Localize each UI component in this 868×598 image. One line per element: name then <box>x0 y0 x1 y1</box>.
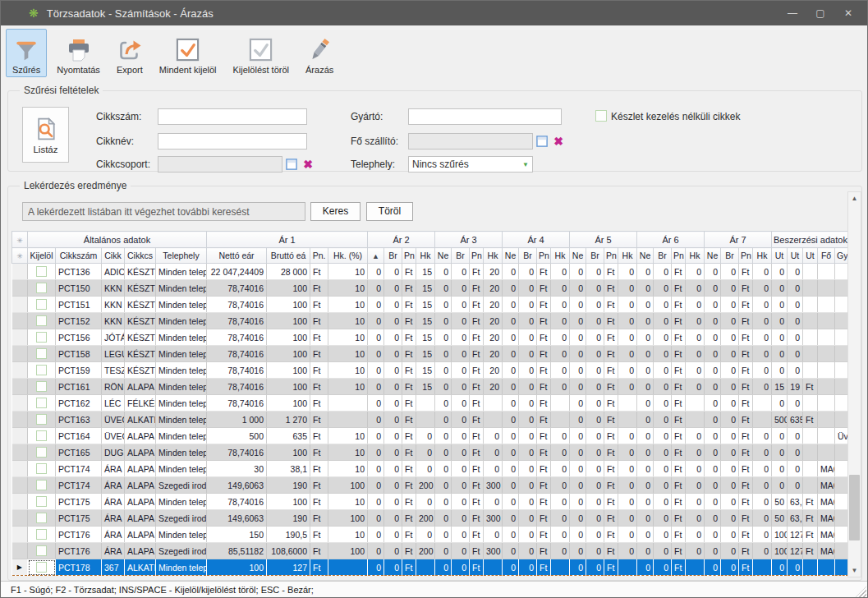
column-header-ut_netto[interactable]: Ut <box>772 248 788 264</box>
table-row[interactable]: PCT161RÖNALAPAMinden telep78,74016100Ft1… <box>12 379 849 395</box>
column-header-br4[interactable]: Br <box>519 248 537 264</box>
row-select-cell[interactable] <box>28 346 56 362</box>
column-header-telephely[interactable]: Telephely <box>156 248 207 264</box>
cikkcsoport-input[interactable] <box>158 156 282 172</box>
table-row[interactable]: PCT163ÜVEGALKATIMinden telep1 0001 270Ft… <box>12 412 849 428</box>
column-group-header[interactable]: Ár 2 <box>368 232 435 248</box>
column-group-header[interactable]: Ár 6 <box>637 232 705 248</box>
export-button[interactable]: Export <box>110 29 149 77</box>
column-header-ne3[interactable]: Ne <box>435 248 452 264</box>
fo-szallito-clear-icon[interactable]: ✖ <box>551 134 566 149</box>
scroll-up-icon[interactable]: ▲ <box>848 192 861 205</box>
column-header-ut_brutto[interactable]: Ut <box>788 248 803 264</box>
column-group-header[interactable]: Ár 7 <box>705 232 772 248</box>
column-header-br7[interactable]: Br <box>721 248 739 264</box>
column-header-ne6[interactable]: Ne <box>637 248 654 264</box>
table-row[interactable]: ▶PCT178367ALKATIMinden telep100127Ft00Ft… <box>12 559 849 576</box>
telephely-select[interactable]: Nincs szűrés ▼ <box>408 156 533 172</box>
column-header-fo[interactable]: Fő <box>818 248 835 264</box>
row-select-cell[interactable] <box>28 297 56 313</box>
table-row[interactable]: PCT136ADICKÉSZTEMinden telep22 047,24409… <box>12 264 849 280</box>
filter-button[interactable]: Szűrés <box>6 29 47 77</box>
row-select-cell[interactable] <box>28 329 56 346</box>
maximize-button[interactable]: ▢ <box>806 1 834 25</box>
row-checkbox[interactable] <box>36 266 47 277</box>
search-button[interactable]: Keres <box>310 202 361 221</box>
cikkcsoport-picker-icon[interactable] <box>285 158 298 171</box>
close-button[interactable]: ✕ <box>834 1 862 25</box>
column-header-pn3[interactable]: Pn <box>470 248 484 264</box>
table-row[interactable]: PCT152KKNKÉSZTEMinden telep78,74016100Ft… <box>12 313 849 329</box>
row-checkbox[interactable] <box>36 365 47 375</box>
list-button[interactable]: Listáz <box>22 107 69 163</box>
row-select-cell[interactable] <box>28 264 56 280</box>
table-row[interactable]: PCT156JÓTÁKÉSZTEMinden telep78,74016100F… <box>12 329 849 346</box>
select-all-button[interactable]: Mindent kijelöl <box>153 29 223 77</box>
cikknev-input[interactable] <box>158 133 307 150</box>
row-checkbox[interactable] <box>36 513 47 523</box>
row-checkbox[interactable] <box>36 299 47 310</box>
column-header-br2[interactable]: Br <box>384 248 402 264</box>
row-select-cell[interactable] <box>28 412 56 428</box>
clear-search-button[interactable]: Töröl <box>366 202 413 221</box>
row-checkbox[interactable] <box>36 381 47 392</box>
row-checkbox[interactable] <box>36 447 47 458</box>
row-select-cell[interactable] <box>28 543 56 559</box>
table-row[interactable]: PCT162LÉCFÉLKÉSMinden telep78,74016100Ft… <box>12 395 849 412</box>
column-header-hk7[interactable]: Hk <box>753 248 772 264</box>
table-row[interactable]: PCT174ÁRAALAPASzegedi irod149,6063190Ft1… <box>12 477 849 494</box>
row-checkbox[interactable] <box>36 480 47 490</box>
row-checkbox[interactable] <box>36 430 47 441</box>
column-header-pn2[interactable]: Pn <box>402 248 416 264</box>
column-header-hk5[interactable]: Hk <box>618 248 637 264</box>
row-select-cell[interactable] <box>28 362 56 379</box>
column-header-ut_pn[interactable]: Ut <box>803 248 818 264</box>
table-row[interactable]: PCT158LEGÚKÉSZTEMinden telep78,74016100F… <box>12 346 849 362</box>
table-row[interactable]: PCT175ÁRAALAPAMinden telep78,74016100Ft1… <box>12 494 849 510</box>
column-header-cikkcs[interactable]: Cikkcs <box>125 248 156 264</box>
column-header-ne5[interactable]: Ne <box>570 248 586 264</box>
row-select-cell[interactable] <box>28 379 56 395</box>
column-group-header[interactable]: Általános adatok <box>28 232 207 248</box>
column-header-brutto_ear[interactable]: Bruttó eá <box>267 248 310 264</box>
clear-selection-button[interactable]: Kijelölést töröl <box>227 29 296 77</box>
stock-checkbox[interactable] <box>595 110 607 122</box>
row-select-cell[interactable] <box>28 444 56 461</box>
row-checkbox[interactable] <box>36 348 47 359</box>
row-checkbox[interactable] <box>36 398 47 408</box>
cikkszam-input[interactable] <box>158 108 307 125</box>
column-header-ne7[interactable]: Ne <box>705 248 721 264</box>
fo-szallito-input[interactable] <box>408 133 533 150</box>
row-checkbox[interactable] <box>36 332 47 343</box>
vertical-scrollbar[interactable]: ▲ ▼ <box>847 191 861 577</box>
row-checkbox[interactable] <box>36 562 47 573</box>
column-header-br6[interactable]: Br <box>654 248 672 264</box>
row-select-cell[interactable] <box>28 428 56 444</box>
row-checkbox[interactable] <box>36 545 47 556</box>
table-row[interactable]: PCT164ÜVEGALAPAMinden telep500635Ft1000F… <box>12 428 849 444</box>
row-select-cell[interactable] <box>28 559 56 576</box>
table-row[interactable]: PCT176ÁRAALAPASzegedi irod85,51182108,60… <box>12 543 849 559</box>
print-button[interactable]: Nyomtatás <box>50 29 107 77</box>
column-header-ne4[interactable]: Ne <box>503 248 519 264</box>
column-header-br5[interactable]: Br <box>586 248 604 264</box>
column-header-netto_ear[interactable]: Nettó eár <box>207 248 267 264</box>
scroll-down-icon[interactable]: ▼ <box>848 564 861 577</box>
column-group-header[interactable]: Ár 4 <box>503 232 570 248</box>
search-input[interactable] <box>22 202 305 221</box>
table-row[interactable]: PCT176ÁRAALAPAMinden telep150190,5Ft1000… <box>12 527 849 543</box>
fo-szallito-picker-icon[interactable] <box>535 135 549 148</box>
gyarto-input[interactable] <box>408 108 562 125</box>
table-row[interactable]: PCT151KKNKÉSZTEMinden telep78,74016100Ft… <box>12 297 849 313</box>
row-select-cell[interactable] <box>28 395 56 412</box>
column-header-br3[interactable]: Br <box>452 248 470 264</box>
column-group-header[interactable]: Ár 5 <box>570 232 637 248</box>
column-header-hk6[interactable]: Hk <box>686 248 705 264</box>
column-group-header[interactable]: Beszerzési adatok <box>772 232 849 248</box>
column-header-kijelol[interactable]: Kijelöl <box>28 248 56 264</box>
table-row[interactable]: PCT150KKNKÉSZTEMinden telep78,74016100Ft… <box>12 280 849 297</box>
column-header-hk4[interactable]: Hk <box>551 248 570 264</box>
column-header-cikkszam[interactable]: Cikkszám <box>56 248 102 264</box>
row-checkbox[interactable] <box>36 414 47 425</box>
column-group-header[interactable]: Ár 1 <box>207 232 368 248</box>
